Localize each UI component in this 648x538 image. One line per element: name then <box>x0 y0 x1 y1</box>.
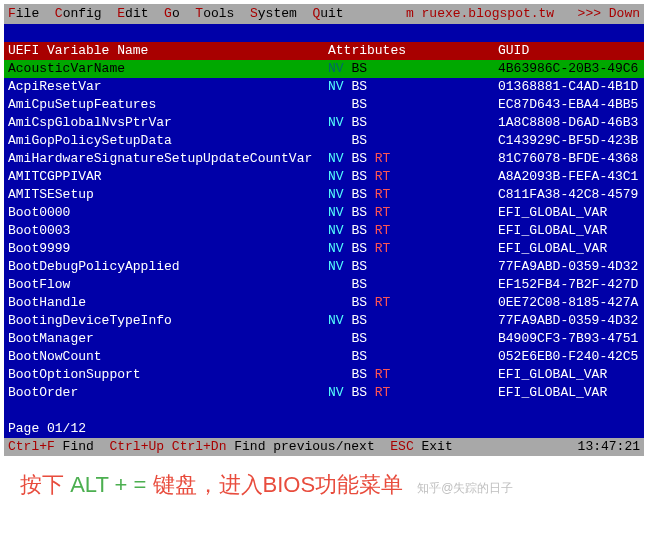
table-row[interactable]: AmiCpuSetupFeatures BS EC87D643-EBA4-4BB… <box>4 96 644 114</box>
var-name: Boot0000 <box>8 204 328 222</box>
var-guid: C811FA38-42C8-4579 <box>498 186 640 204</box>
attr-rt: RT <box>375 385 391 400</box>
var-name: BootFlow <box>8 276 328 294</box>
var-attrs: NV BS RT <box>328 204 498 222</box>
table-header: UEFI Variable Name Attributes GUID <box>4 42 644 60</box>
menu-item[interactable]: File <box>8 6 39 21</box>
var-name: AcousticVarName <box>8 60 328 78</box>
var-guid: 01368881-C4AD-4B1D <box>498 78 640 96</box>
attr-rt: RT <box>375 367 391 382</box>
table-row[interactable]: AmiGopPolicySetupData BS C143929C-BF5D-4… <box>4 132 644 150</box>
attr-bs: BS <box>351 133 374 148</box>
menubar[interactable]: File Config Edit Go Tools System Quit m … <box>4 4 644 24</box>
attr-nv: NV <box>328 223 351 238</box>
table-row[interactable]: Boot0003NV BS RTEFI_GLOBAL_VAR <box>4 222 644 240</box>
page-indicator: Page 01/12 <box>4 420 644 438</box>
hint-text: Find <box>55 438 110 456</box>
menu-hotkey: G <box>164 6 172 21</box>
menu-item[interactable]: Go <box>164 6 180 21</box>
var-name: BootOrder <box>8 384 328 402</box>
var-name: AcpiResetVar <box>8 78 328 96</box>
attr-bs: BS <box>351 223 374 238</box>
attr-bs: BS <box>351 259 374 274</box>
menu-item[interactable]: Edit <box>117 6 148 21</box>
var-guid: 77FA9ABD-0359-4D32 <box>498 312 640 330</box>
table-row[interactable]: AcpiResetVarNV BS 01368881-C4AD-4B1D <box>4 78 644 96</box>
down-indicator: >>> Down <box>578 5 640 23</box>
header-attrs: Attributes <box>328 42 498 60</box>
attr-rt: RT <box>375 205 391 220</box>
table-row[interactable]: AmiHardwareSignatureSetupUpdateCountVarN… <box>4 150 644 168</box>
attr-nv: NV <box>328 151 351 166</box>
var-attrs: BS RT <box>328 294 498 312</box>
menu-item[interactable]: Config <box>55 6 102 21</box>
header-name: UEFI Variable Name <box>8 42 328 60</box>
attr-nv: NV <box>328 205 351 220</box>
var-name: Boot0003 <box>8 222 328 240</box>
attr-bs: BS <box>351 151 374 166</box>
table-row[interactable]: BootOptionSupport BS RTEFI_GLOBAL_VAR <box>4 366 644 384</box>
var-attrs: NV BS <box>328 114 498 132</box>
table-row[interactable]: Boot0000NV BS RTEFI_GLOBAL_VAR <box>4 204 644 222</box>
var-attrs: BS <box>328 330 498 348</box>
attr-bs: BS <box>351 61 374 76</box>
table-row[interactable]: BootHandle BS RT0EE72C08-8185-427A <box>4 294 644 312</box>
table-row[interactable]: BootNowCount BS 052E6EB0-F240-42C5 <box>4 348 644 366</box>
attr-rt: RT <box>375 241 391 256</box>
attr-rt: RT <box>375 223 391 238</box>
var-guid: 052E6EB0-F240-42C5 <box>498 348 640 366</box>
attr-bs: BS <box>351 295 374 310</box>
var-name: AmiCspGlobalNvsPtrVar <box>8 114 328 132</box>
hint-text: Exit <box>414 438 453 456</box>
var-name: AmiGopPolicySetupData <box>8 132 328 150</box>
menu-hotkey: C <box>55 6 63 21</box>
caption: 按下 ALT + = 键盘，进入BIOS功能菜单 知乎@失踪的日子 <box>0 460 648 510</box>
attr-nv: NV <box>328 79 351 94</box>
var-guid: B4909CF3-7B93-4751 <box>498 330 640 348</box>
var-attrs: BS <box>328 132 498 150</box>
attr-bs: BS <box>351 205 374 220</box>
table-row[interactable]: BootOrderNV BS RTEFI_GLOBAL_VAR <box>4 384 644 402</box>
var-attrs: NV BS RT <box>328 240 498 258</box>
caption-text: 按下 <box>20 472 70 497</box>
attr-nv: NV <box>328 115 351 130</box>
var-guid: 81C76078-BFDE-4368 <box>498 150 640 168</box>
table-row[interactable]: Boot9999NV BS RTEFI_GLOBAL_VAR <box>4 240 644 258</box>
table-row[interactable]: BootManager BS B4909CF3-7B93-4751 <box>4 330 644 348</box>
menu-item[interactable]: Quit <box>312 6 343 21</box>
watermark: 知乎@失踪的日子 <box>417 481 513 495</box>
menu-item[interactable]: Tools <box>195 6 234 21</box>
hint-key: ESC <box>390 438 413 456</box>
attr-rt: RT <box>375 187 391 202</box>
var-attrs: NV BS <box>328 60 498 78</box>
var-name: BootNowCount <box>8 348 328 366</box>
var-attrs: NV BS RT <box>328 150 498 168</box>
table-row[interactable]: AMITCGPPIVARNV BS RTA8A2093B-FEFA-43C1 <box>4 168 644 186</box>
var-name: AMITCGPPIVAR <box>8 168 328 186</box>
hint-key: Ctrl+F <box>8 438 55 456</box>
table-row[interactable]: BootDebugPolicyAppliedNV BS 77FA9ABD-035… <box>4 258 644 276</box>
var-guid: EFI_GLOBAL_VAR <box>498 384 640 402</box>
table-row[interactable]: AMITSESetupNV BS RTC811FA38-42C8-4579 <box>4 186 644 204</box>
table-row[interactable]: BootingDeviceTypeInfoNV BS 77FA9ABD-0359… <box>4 312 644 330</box>
clock: 13:47:21 <box>578 438 640 456</box>
variable-list[interactable]: AcousticVarNameNV BS 4B63986C-20B3-49C6A… <box>4 60 644 402</box>
var-attrs: NV BS RT <box>328 384 498 402</box>
var-name: BootManager <box>8 330 328 348</box>
var-name: BootDebugPolicyApplied <box>8 258 328 276</box>
attr-bs: BS <box>351 349 374 364</box>
menu-hotkey: E <box>117 6 125 21</box>
table-row[interactable]: AcousticVarNameNV BS 4B63986C-20B3-49C6 <box>4 60 644 78</box>
table-row[interactable]: AmiCspGlobalNvsPtrVarNV BS 1A8C8808-D6AD… <box>4 114 644 132</box>
blog-label: m ruexe.blogspot.tw <box>406 5 554 23</box>
attr-bs: BS <box>351 187 374 202</box>
table-row[interactable]: BootFlow BS EF152FB4-7B2F-427D <box>4 276 644 294</box>
var-guid: EFI_GLOBAL_VAR <box>498 222 640 240</box>
var-guid: A8A2093B-FEFA-43C1 <box>498 168 640 186</box>
terminal-window: File Config Edit Go Tools System Quit m … <box>4 4 644 456</box>
menu-item[interactable]: System <box>250 6 297 21</box>
hint-text: Find previous/next <box>226 438 390 456</box>
var-guid: 1A8C8808-D6AD-46B3 <box>498 114 640 132</box>
menu-hotkey: S <box>250 6 258 21</box>
var-name: BootOptionSupport <box>8 366 328 384</box>
